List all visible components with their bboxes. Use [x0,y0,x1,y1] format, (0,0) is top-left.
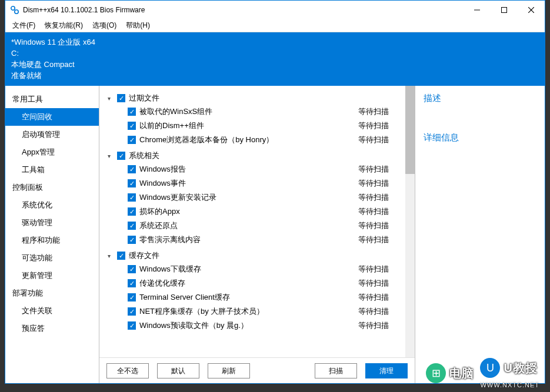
tree-row[interactable]: Windows下载缓存等待扫描 [103,262,411,276]
checkbox[interactable] [128,193,136,202]
sidebar-group-common-tools[interactable]: 常用工具 [5,91,99,108]
menu-file[interactable]: 文件(F) [8,19,40,32]
sidebar-item-appx-manage[interactable]: Appx管理 [5,143,99,161]
checkbox[interactable] [128,222,136,230]
sidebar-item-toolbox[interactable]: 工具箱 [5,161,99,179]
minimize-button[interactable] [464,1,491,19]
expand-icon[interactable]: ▾ [108,153,115,159]
svg-point-1 [15,10,18,14]
checkbox[interactable] [128,179,136,187]
watermark-text-1: 电脑 [449,366,474,381]
tree-row[interactable]: Terminal Server Client缓存等待扫描 [103,290,411,304]
checkbox[interactable] [128,265,136,273]
checkbox[interactable] [128,307,136,316]
checkbox[interactable] [128,321,136,330]
tree-row[interactable]: 零售演示离线内容等待扫描 [103,233,411,247]
sidebar-item-driver-manage[interactable]: 驱动管理 [5,214,99,232]
group-header-system[interactable]: ▾ 系统相关 [103,149,411,162]
checkbox[interactable] [128,165,136,173]
sidebar-item-programs-features[interactable]: 程序和功能 [5,232,99,249]
group-header-cache[interactable]: ▾ 缓存文件 [103,249,411,262]
right-panel: 描述 详细信息 [415,86,545,383]
maximize-button[interactable] [491,1,518,19]
row-label: NET程序集缓存（by 大胖子技术员） [139,306,358,317]
tree-row[interactable]: Windows预读取文件（by 晨g.）等待扫描 [103,319,411,333]
svg-point-0 [11,6,15,10]
refresh-button[interactable]: 刷新 [208,363,250,378]
clean-button[interactable]: 清理 [365,363,408,378]
menu-help[interactable]: 帮助(H) [121,19,155,32]
close-button[interactable] [518,1,545,19]
checkbox[interactable] [117,94,125,102]
tree-row[interactable]: Windows事件等待扫描 [103,176,411,190]
row-label: Chrome浏览器老版本备份（by Honry） [139,135,358,145]
tree-row[interactable]: 系统还原点等待扫描 [103,219,411,233]
sidebar-item-startup-manage[interactable]: 启动项管理 [5,126,99,143]
sidebar-group-control-panel[interactable]: 控制面板 [5,179,99,196]
default-button[interactable]: 默认 [157,363,199,378]
tree-row[interactable]: 损坏的Appx等待扫描 [103,205,411,219]
group-label: 系统相关 [129,150,159,161]
details-heading: 详细信息 [424,132,536,143]
sidebar-item-file-assoc[interactable]: 文件关联 [5,302,99,320]
checkbox[interactable] [128,136,136,144]
row-status: 等待扫描 [358,220,411,231]
sidebar-item-system-optimize[interactable]: 系统优化 [5,196,99,214]
watermark: ⊞ 电脑 U U教授 WWW.NXTC.NET [426,358,539,388]
row-label: Windows事件 [139,178,358,189]
row-status: 等待扫描 [358,164,411,175]
expand-icon[interactable]: ▾ [108,253,115,259]
scrollbar-track[interactable] [405,86,415,357]
scan-button[interactable]: 扫描 [315,363,357,378]
row-status: 等待扫描 [358,234,411,245]
sidebar-item-space-recovery[interactable]: 空间回收 [5,108,99,126]
info-os: *Windows 11 企业版 x64 [11,37,539,48]
sidebar: 常用工具 空间回收 启动项管理 Appx管理 工具箱 控制面板 系统优化 驱动管… [5,86,99,383]
tree-row[interactable]: Windows更新安装记录等待扫描 [103,190,411,205]
cleanup-tree: ▾ 过期文件 被取代的WinSxS组件等待扫描 以前的Dism++组件等待扫描 … [99,86,415,357]
tree-row[interactable]: 被取代的WinSxS组件等待扫描 [103,105,411,119]
sidebar-item-unattend[interactable]: 预应答 [5,320,99,337]
sidebar-item-update-manage[interactable]: 更新管理 [5,267,99,284]
checkbox[interactable] [117,252,125,260]
row-status: 等待扫描 [358,106,411,117]
checkbox[interactable] [117,152,125,160]
window-title: Dism++x64 10.1.1002.1 Bios Firmware [23,6,464,14]
system-info-panel: *Windows 11 企业版 x64 C: 本地硬盘 Compact 准备就绪 [5,32,545,86]
row-label: 系统还原点 [139,220,358,231]
checkbox[interactable] [128,279,136,287]
tree-row[interactable]: Chrome浏览器老版本备份（by Honry）等待扫描 [103,133,411,147]
row-label: Windows预读取文件（by 晨g.） [139,320,358,331]
tree-row[interactable]: 以前的Dism++组件等待扫描 [103,119,411,133]
sidebar-group-deploy[interactable]: 部署功能 [5,284,99,302]
tree-row[interactable]: Windows报告等待扫描 [103,162,411,176]
sidebar-item-optional-features[interactable]: 可选功能 [5,249,99,267]
group-header-expired[interactable]: ▾ 过期文件 [103,92,411,105]
menu-options[interactable]: 选项(O) [88,19,121,32]
checkbox[interactable] [128,122,136,130]
checkbox[interactable] [128,207,136,216]
row-label: Terminal Server Client缓存 [139,292,358,303]
expand-icon[interactable]: ▾ [108,95,115,102]
row-status: 等待扫描 [358,120,411,131]
scrollbar-thumb[interactable] [405,86,415,174]
checkbox[interactable] [128,236,136,244]
row-label: 以前的Dism++组件 [139,120,358,131]
row-status: 等待扫描 [358,292,411,303]
tree-row[interactable]: NET程序集缓存（by 大胖子技术员）等待扫描 [103,304,411,319]
titlebar: Dism++x64 10.1.1002.1 Bios Firmware [5,1,545,19]
tree-row[interactable]: 传递优化缓存等待扫描 [103,276,411,290]
checkbox[interactable] [128,293,136,301]
svg-rect-3 [502,8,507,13]
info-drive: C: [11,48,539,59]
watermark-text-2: U教授 [504,360,537,376]
row-label: 被取代的WinSxS组件 [139,106,358,117]
row-label: Windows报告 [139,164,358,175]
info-disk: 本地硬盘 Compact [11,59,539,71]
checkbox[interactable] [128,108,136,116]
select-none-button[interactable]: 全不选 [106,363,149,378]
row-label: 传递优化缓存 [139,278,358,289]
row-status: 等待扫描 [358,206,411,217]
menu-recovery[interactable]: 恢复功能(R) [40,19,88,32]
app-icon [10,5,19,15]
